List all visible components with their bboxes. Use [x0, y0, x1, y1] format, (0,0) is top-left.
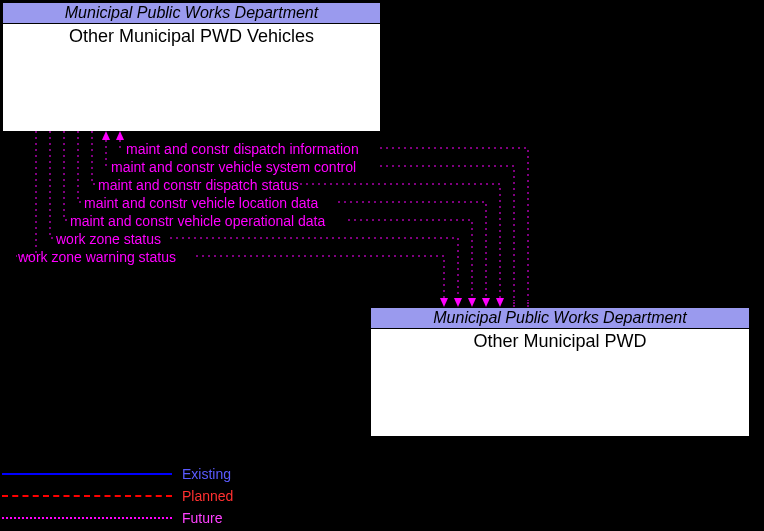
- svg-marker-7: [440, 298, 448, 307]
- legend-line-existing: [2, 473, 172, 475]
- node-bottom[interactable]: Municipal Public Works Department Other …: [370, 307, 750, 437]
- legend: Existing Planned Future: [2, 463, 233, 529]
- legend-label-planned: Planned: [182, 488, 233, 504]
- legend-planned: Planned: [2, 485, 233, 507]
- svg-marker-4: [482, 298, 490, 307]
- flow-label-3: maint and constr vehicle location data: [84, 195, 318, 211]
- legend-label-future: Future: [182, 510, 222, 526]
- flow-label-0: maint and constr dispatch information: [126, 141, 359, 157]
- svg-marker-6: [454, 298, 462, 307]
- flow-label-1: maint and constr vehicle system control: [111, 159, 356, 175]
- node-top-header: Municipal Public Works Department: [3, 3, 380, 24]
- legend-label-existing: Existing: [182, 466, 231, 482]
- node-top-body: Other Municipal PWD Vehicles: [3, 24, 380, 47]
- flow-label-4: maint and constr vehicle operational dat…: [70, 213, 325, 229]
- svg-marker-0: [116, 131, 124, 140]
- flow-label-5: work zone status: [56, 231, 161, 247]
- legend-existing: Existing: [2, 463, 233, 485]
- svg-marker-2: [102, 131, 110, 140]
- flow-label-2: maint and constr dispatch status: [98, 177, 299, 193]
- svg-marker-5: [468, 298, 476, 307]
- legend-line-future: [2, 517, 172, 519]
- node-bottom-header: Municipal Public Works Department: [371, 308, 749, 329]
- flow-label-6: work zone warning status: [18, 249, 176, 265]
- node-bottom-body: Other Municipal PWD: [371, 329, 749, 352]
- svg-marker-3: [496, 298, 504, 307]
- node-top[interactable]: Municipal Public Works Department Other …: [2, 2, 381, 132]
- legend-line-planned: [2, 495, 172, 497]
- legend-future: Future: [2, 507, 233, 529]
